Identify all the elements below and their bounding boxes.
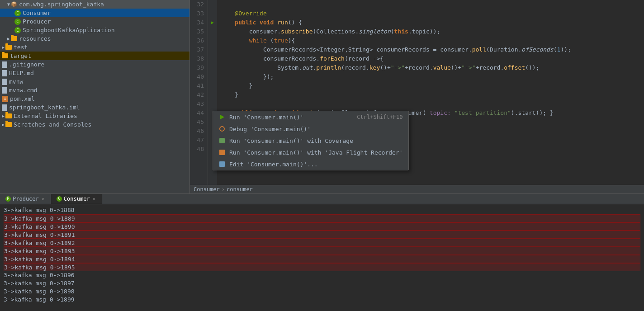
breadcrumb-consumer[interactable]: Consumer	[194, 186, 220, 193]
play-icon	[218, 113, 226, 121]
sidebar-item-label: springboot_kafka.iml	[9, 104, 80, 111]
breadcrumb-arrow: ›	[222, 186, 225, 193]
sidebar-item-resources[interactable]: ▶ resources	[0, 34, 189, 43]
arrow-icon: ▶	[7, 36, 10, 41]
code-line-32	[221, 0, 640, 9]
sidebar-item-com-wbg[interactable]: ▼ 📦 com.wbg.springboot_kafka	[0, 0, 189, 9]
tab-producer[interactable]: P Producer ×	[0, 194, 51, 204]
sidebar-item-label: External Libraries	[14, 113, 77, 119]
menu-item-debug[interactable]: Debug 'Consumer.main()'	[213, 123, 408, 135]
edit-icon	[218, 160, 226, 168]
menu-shortcut-run: Ctrl+Shift+F10	[357, 114, 402, 120]
sidebar-item-label: com.wbg.springboot_kafka	[19, 1, 104, 8]
tab-consumer-close[interactable]: ×	[92, 197, 96, 202]
arrow-icon: ▶	[2, 45, 5, 50]
console-line-0: 3->kafka msg 0->1888	[4, 206, 640, 214]
tab-producer-close[interactable]: ×	[41, 197, 45, 202]
class-icon-app: C	[14, 27, 21, 33]
file-icon	[2, 87, 7, 94]
coverage-icon	[218, 137, 226, 144]
sidebar-item-label: mvnw	[9, 78, 23, 85]
arrow-icon: ▼	[7, 2, 10, 7]
code-line-43	[221, 99, 640, 108]
console-line-1: 3->kafka msg 0->1889	[4, 214, 640, 222]
tab-consumer[interactable]: C Consumer ×	[51, 194, 102, 204]
sidebar-item-scratches[interactable]: ▶ Scratches and Consoles	[0, 120, 189, 129]
menu-item-edit[interactable]: Edit 'Consumer.main()'...	[213, 158, 408, 170]
sidebar-item-label: HELP.md	[9, 70, 34, 76]
console-line-10: 3->kafka msg 0->1898	[4, 287, 640, 296]
breadcrumb-method[interactable]: consumer	[227, 186, 253, 193]
console-line-11: 3->kafka msg 0->1899	[4, 296, 640, 304]
code-line-36: while (true){	[221, 36, 640, 45]
sidebar-item-label: test	[14, 44, 28, 51]
consumer-tab-icon: C	[57, 196, 62, 202]
menu-item-coverage[interactable]: Run 'Consumer.main()' with Coverage	[213, 135, 408, 146]
code-line-41: }	[221, 81, 640, 90]
menu-item-run[interactable]: Run 'Consumer.main()' Ctrl+Shift+F10	[213, 111, 408, 123]
sidebar-item-mvnw[interactable]: mvnw	[0, 77, 189, 86]
context-menu: Run 'Consumer.main()' Ctrl+Shift+F10 Deb…	[213, 111, 409, 170]
menu-item-jfr[interactable]: Run 'Consumer.main()' with 'Java Flight …	[213, 146, 408, 158]
menu-item-run-label: Run 'Consumer.main()'	[229, 114, 303, 121]
sidebar-item-label: pom.xml	[10, 95, 35, 102]
console-line-7: 3->kafka msg 0->1895	[4, 263, 640, 271]
code-line-34: public void run() {	[221, 18, 640, 27]
sidebar-item-target[interactable]: target	[0, 52, 189, 60]
sidebar-item-label: SpringbootKafkaApplication	[23, 27, 115, 33]
arrow-icon: ▶	[2, 113, 5, 118]
menu-item-debug-label: Debug 'Consumer.main()'	[229, 126, 311, 132]
folder-icon	[5, 122, 12, 127]
sidebar-item-label: target	[10, 52, 31, 59]
sidebar-item-mvnwcmd[interactable]: mvnw.cmd	[0, 86, 189, 94]
folder-icon	[5, 113, 12, 118]
console-line-9: 3->kafka msg 0->1897	[4, 279, 640, 287]
code-line-40: });	[221, 72, 640, 81]
sidebar-item-pomxml[interactable]: X pom.xml	[0, 94, 189, 103]
folder-icon	[2, 53, 8, 58]
class-icon-producer: C	[14, 19, 21, 25]
code-line-37: ConsumerRecords<Integer,String> consumer…	[221, 45, 640, 54]
menu-item-jfr-label: Run 'Consumer.main()' with 'Java Flight …	[229, 149, 403, 156]
bottom-panel: P Producer × C Consumer × 3->kafka msg 0…	[0, 193, 644, 311]
line-numbers: 32 33 34 35 36 37 38 39 40 41 42 43 44 4…	[190, 0, 208, 185]
sidebar-item-label: Producer	[23, 18, 51, 25]
code-line-35: consumer.subscribe(Collections.singleton…	[221, 27, 640, 36]
sidebar-item-gitignore[interactable]: .gitignore	[0, 60, 189, 69]
code-line-33: @Override	[221, 9, 640, 18]
tab-producer-label: Producer	[13, 196, 39, 202]
code-line-39: System.out.println(record.key()+"->"+rec…	[221, 63, 640, 72]
sidebar-item-producer[interactable]: C Producer	[0, 17, 189, 26]
console-line-2: 3->kafka msg 0->1890	[4, 222, 640, 231]
console-line-8: 3->kafka msg 0->1896	[4, 271, 640, 279]
bottom-tab-bar: P Producer × C Consumer ×	[0, 194, 644, 204]
tab-consumer-label: Consumer	[64, 196, 90, 202]
sidebar-item-test[interactable]: ▶ test	[0, 43, 189, 52]
console-line-6: 3->kafka msg 0->1894	[4, 255, 640, 263]
sidebar-item-external-libraries[interactable]: ▶ External Libraries	[0, 112, 189, 120]
editor-area: 32 33 34 35 36 37 38 39 40 41 42 43 44 4…	[190, 0, 644, 193]
sidebar-item-consumer[interactable]: C Consumer	[0, 9, 189, 17]
producer-tab-icon: P	[5, 196, 11, 202]
code-line-38: consumerRecords.forEach(record ->{	[221, 54, 640, 63]
sidebar-item-label: resources	[19, 35, 51, 42]
annotation-override: @Override	[235, 10, 266, 17]
code-line-42: }	[221, 90, 640, 99]
sidebar: ▼ 📦 com.wbg.springboot_kafka C Consumer …	[0, 0, 190, 193]
menu-item-coverage-label: Run 'Consumer.main()' with Coverage	[229, 137, 353, 144]
sidebar-item-label: Scratches and Consoles	[14, 121, 91, 128]
sidebar-item-iml[interactable]: springboot_kafka.iml	[0, 103, 189, 112]
debug-icon	[218, 125, 226, 132]
sidebar-item-springbootapp[interactable]: C SpringbootKafkaApplication	[0, 26, 189, 34]
folder-icon	[11, 36, 17, 41]
sidebar-item-label: mvnw.cmd	[9, 87, 38, 94]
sidebar-item-label: .gitignore	[9, 61, 44, 68]
menu-item-edit-label: Edit 'Consumer.main()'...	[229, 161, 318, 168]
xml-icon: X	[2, 96, 8, 102]
editor-status-bar: Consumer › consumer	[190, 185, 644, 193]
file-icon	[2, 104, 7, 111]
sidebar-item-helpmd[interactable]: HELP.md	[0, 69, 189, 77]
console-line-4: 3->kafka msg 0->1892	[4, 239, 640, 247]
folder-icon	[5, 45, 12, 50]
arrow-icon: ▶	[2, 122, 5, 127]
